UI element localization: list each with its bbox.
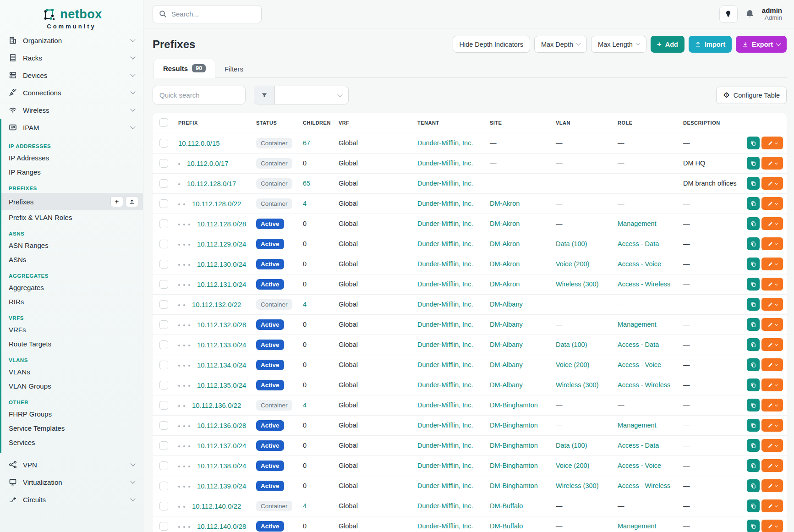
copy-button[interactable] <box>747 217 760 230</box>
edit-button[interactable] <box>761 278 783 291</box>
prefix-link[interactable]: 10.112.131.0/24 <box>197 280 246 288</box>
site-link[interactable]: DM-Akron <box>490 200 520 207</box>
site-link[interactable]: DM-Akron <box>490 220 520 227</box>
copy-button[interactable] <box>747 479 760 492</box>
sidebar-item-prefixes[interactable]: Prefixes+ <box>1 193 143 210</box>
edit-button[interactable] <box>761 419 783 432</box>
configure-table-button[interactable]: ⚙ Configure Table <box>716 87 787 104</box>
children-count-link[interactable]: 4 <box>303 502 307 510</box>
copy-button[interactable] <box>747 278 760 291</box>
row-checkbox[interactable] <box>159 461 168 470</box>
role-link[interactable]: Access - Wireless <box>618 280 670 288</box>
sidebar-item-ip-addresses[interactable]: IP Addresses <box>1 151 143 165</box>
tenant-link[interactable]: Dunder-Mifflin, Inc. <box>417 401 473 409</box>
site-link[interactable]: DM-Akron <box>490 260 520 268</box>
copy-button[interactable] <box>747 237 760 250</box>
sidebar-item-asns[interactable]: ASNs <box>1 252 143 267</box>
sidebar-item-fhrp-groups[interactable]: FHRP Groups <box>1 407 143 421</box>
role-link[interactable]: Access - Data <box>618 442 659 449</box>
tenant-link[interactable]: Dunder-Mifflin, Inc. <box>417 482 473 489</box>
role-link[interactable]: Access - Voice <box>618 260 661 268</box>
tenant-link[interactable]: Dunder-Mifflin, Inc. <box>417 462 473 469</box>
sidebar-item-vrfs[interactable]: VRFs <box>1 323 143 337</box>
prefix-link[interactable]: 10.112.140.0/22 <box>192 502 241 510</box>
sidebar-item-vlan-groups[interactable]: VLAN Groups <box>1 379 143 393</box>
import-prefix-button[interactable] <box>126 196 138 207</box>
role-link[interactable]: Access - Data <box>618 240 659 247</box>
prefix-link[interactable]: 10.112.139.0/24 <box>197 482 246 490</box>
role-link[interactable]: Access - Data <box>618 341 659 348</box>
site-link[interactable]: DM-Buffalo <box>490 502 523 510</box>
role-link[interactable]: Access - Voice <box>618 462 661 469</box>
edit-button[interactable] <box>761 197 783 210</box>
edit-button[interactable] <box>761 358 783 371</box>
copy-button[interactable] <box>747 157 760 170</box>
tenant-link[interactable]: Dunder-Mifflin, Inc. <box>417 240 473 247</box>
row-checkbox[interactable] <box>159 320 168 329</box>
sidebar-item-ip-ranges[interactable]: IP Ranges <box>1 165 143 179</box>
children-count-link[interactable]: 67 <box>303 139 310 147</box>
tenant-link[interactable]: Dunder-Mifflin, Inc. <box>417 422 473 429</box>
sidebar-item-route-targets[interactable]: Route Targets <box>1 337 143 351</box>
prefix-link[interactable]: 10.112.138.0/24 <box>197 462 246 470</box>
edit-button[interactable] <box>761 499 783 512</box>
row-checkbox[interactable] <box>159 340 168 349</box>
role-link[interactable]: Management <box>618 422 657 429</box>
tenant-link[interactable]: Dunder-Mifflin, Inc. <box>417 301 473 308</box>
add-prefix-button[interactable]: + <box>110 196 123 207</box>
prefix-link[interactable]: 10.112.128.0/17 <box>187 180 236 187</box>
row-checkbox[interactable] <box>159 381 168 389</box>
row-checkbox[interactable] <box>159 441 168 450</box>
quick-search-input[interactable] <box>153 86 246 104</box>
tenant-link[interactable]: Dunder-Mifflin, Inc. <box>417 381 473 389</box>
prefix-link[interactable]: 10.112.128.0/22 <box>192 200 241 208</box>
tab-filters[interactable]: Filters <box>215 60 252 78</box>
copy-button[interactable] <box>747 177 760 190</box>
edit-button[interactable] <box>761 237 783 250</box>
tenant-link[interactable]: Dunder-Mifflin, Inc. <box>417 321 473 328</box>
row-checkbox[interactable] <box>159 522 168 531</box>
edit-button[interactable] <box>761 439 783 452</box>
prefix-link[interactable]: 10.112.140.0/28 <box>197 522 246 530</box>
tenant-link[interactable]: Dunder-Mifflin, Inc. <box>417 220 473 227</box>
tenant-link[interactable]: Dunder-Mifflin, Inc. <box>417 502 473 510</box>
add-button[interactable]: + Add <box>651 36 684 53</box>
children-count-link[interactable]: 65 <box>303 180 310 187</box>
tenant-link[interactable]: Dunder-Mifflin, Inc. <box>417 260 473 268</box>
edit-button[interactable] <box>761 520 783 532</box>
role-link[interactable]: Management <box>618 220 657 227</box>
row-checkbox[interactable] <box>159 260 168 269</box>
column-header-role[interactable]: ROLE <box>613 113 679 133</box>
vlan-link[interactable]: Wireless (300) <box>556 381 598 389</box>
prefix-link[interactable]: 10.112.132.0/28 <box>197 321 246 329</box>
site-link[interactable]: DM-Binghamton <box>490 442 538 449</box>
prefix-link[interactable]: 10.112.134.0/24 <box>197 361 246 369</box>
sidebar-item-vlans[interactable]: VLANs <box>1 365 143 379</box>
prefix-link[interactable]: 10.112.132.0/22 <box>192 301 241 308</box>
tenant-link[interactable]: Dunder-Mifflin, Inc. <box>417 200 473 207</box>
row-checkbox[interactable] <box>159 159 168 168</box>
tenant-link[interactable]: Dunder-Mifflin, Inc. <box>417 139 473 147</box>
select-all-checkbox[interactable] <box>159 118 168 127</box>
vlan-link[interactable]: Wireless (300) <box>556 482 598 489</box>
sidebar-item-services[interactable]: Services <box>1 435 143 450</box>
role-link[interactable]: Access - Wireless <box>618 482 670 489</box>
site-link[interactable]: DM-Akron <box>490 240 520 247</box>
children-count-link[interactable]: 4 <box>303 401 307 409</box>
column-header-site[interactable]: SITE <box>485 113 551 133</box>
tenant-link[interactable]: Dunder-Mifflin, Inc. <box>417 361 473 368</box>
search-input[interactable] <box>171 10 255 18</box>
row-checkbox[interactable] <box>159 139 168 148</box>
max-length-dropdown[interactable]: Max Length <box>591 36 646 53</box>
edit-button[interactable] <box>761 318 783 331</box>
edit-button[interactable] <box>761 298 783 311</box>
role-link[interactable]: Management <box>618 321 657 328</box>
edit-button[interactable] <box>761 157 783 170</box>
copy-button[interactable] <box>747 378 760 391</box>
column-header-status[interactable]: STATUS <box>252 113 298 133</box>
prefix-link[interactable]: 10.112.0.0/15 <box>178 139 220 147</box>
saved-filter-select[interactable] <box>254 86 349 104</box>
row-checkbox[interactable] <box>159 421 168 430</box>
edit-button[interactable] <box>761 399 783 411</box>
prefix-link[interactable]: 10.112.130.0/24 <box>197 260 246 268</box>
